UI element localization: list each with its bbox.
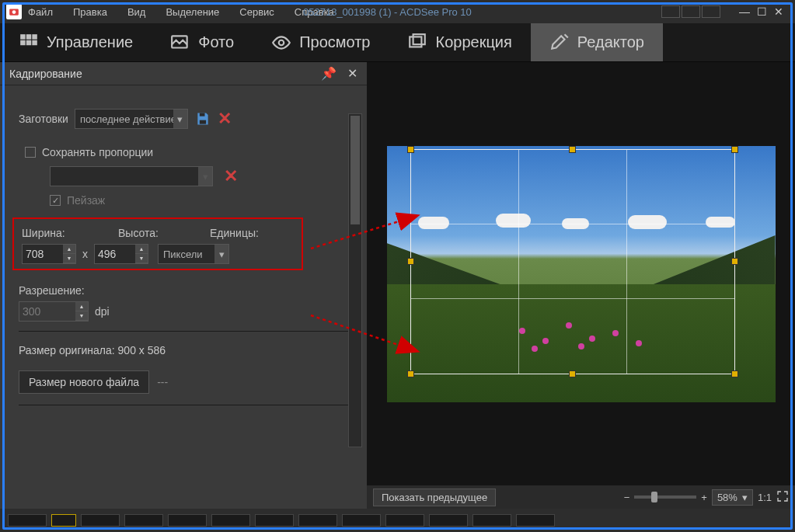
filmstrip-item[interactable] [385,514,424,527]
mode-edit-label: Редактор [577,33,644,51]
svg-rect-7 [32,40,37,45]
clear-ratio-icon[interactable]: ✕ [224,166,238,186]
filmstrip-item[interactable] [124,514,163,527]
crop-handle[interactable] [569,146,576,153]
new-file-size-value: --- [157,376,168,388]
svg-point-9 [279,40,284,45]
presets-select[interactable]: последнее действие ▾ [75,109,188,129]
crop-handle[interactable] [731,370,738,377]
panel-title: Кадрирование [9,68,82,80]
image-viewport[interactable] [367,62,795,485]
zoom-bar: Показать предыдущее − + 58%▾ 1:1 [367,485,795,509]
filmstrip-item[interactable] [429,514,468,527]
units-label: Единицы: [210,227,259,239]
filmstrip-item[interactable] [342,514,381,527]
mode-edit[interactable]: Редактор [531,23,663,61]
menu-file[interactable]: Файл [28,6,53,18]
chevron-down-icon: ▾ [198,167,212,186]
landscape-label: Пейзаж [67,194,105,207]
mode-view-label: Просмотр [299,33,370,51]
delete-preset-icon[interactable]: ✕ [218,109,232,129]
resolution-label: Разрешение: [19,284,348,297]
crop-overlay[interactable] [410,149,735,374]
close-button[interactable]: ✕ [770,5,787,19]
filmstrip-item[interactable] [298,514,337,527]
layout-switcher[interactable] [661,5,720,18]
one-to-one-button[interactable]: 1:1 [758,492,772,503]
show-previous-button[interactable]: Показать предыдущее [373,489,496,506]
by-label: x [82,248,88,260]
ratio-select[interactable]: ▾ [50,166,213,186]
pin-icon[interactable]: 📌 [321,66,336,81]
chevron-down-icon: ▾ [173,110,187,128]
filmstrip [0,509,795,532]
mode-develop[interactable]: Коррекция [389,23,530,61]
menu-bar: Файл Правка Вид Выделение Сервис Справка… [0,0,795,23]
zoom-in-button[interactable]: + [701,492,707,503]
svg-point-1 [12,10,16,14]
crop-handle[interactable] [569,370,576,377]
dpi-label: dpi [95,305,110,318]
chevron-down-icon: ▾ [214,245,228,263]
filmstrip-item[interactable] [168,514,207,527]
save-preset-icon[interactable] [194,110,211,127]
crop-panel: Кадрирование 📌 ✕ Заготовки последнее дей… [0,62,367,509]
filmstrip-item[interactable] [255,514,294,527]
crop-handle[interactable] [731,258,738,265]
new-file-size-button[interactable]: Размер нового файла [19,370,149,394]
keep-ratio-checkbox[interactable] [25,147,36,158]
mode-manage-label: Управление [47,33,133,51]
chevron-down-icon: ▾ [742,492,748,503]
svg-rect-4 [32,34,37,40]
keep-ratio-label: Сохранять пропорции [42,146,153,158]
height-input[interactable]: 496 ▲▼ [94,244,148,264]
menu-edit[interactable]: Правка [73,6,107,18]
minimize-button[interactable]: — [736,5,753,19]
spinner-icon[interactable]: ▲▼ [63,245,75,263]
svg-rect-11 [413,34,425,44]
width-input[interactable]: 708 ▲▼ [22,244,76,264]
mode-manage[interactable]: Управление [0,23,152,61]
window-title: 052713_001998 (1) - ACDSee Pro 10 [303,6,472,18]
svg-rect-10 [410,37,422,47]
filmstrip-item[interactable] [51,514,76,527]
spinner-icon[interactable]: ▲▼ [75,302,88,321]
mode-photo[interactable]: Фото [152,23,253,61]
svg-rect-6 [26,40,32,45]
landscape-checkbox[interactable] [50,195,61,206]
menu-select[interactable]: Выделение [166,6,219,18]
mode-tabs: Управление Фото Просмотр Коррекция Редак… [0,23,795,62]
maximize-button[interactable]: ☐ [753,5,770,19]
close-panel-icon[interactable]: ✕ [347,66,357,81]
crop-handle[interactable] [407,258,414,265]
mode-view[interactable]: Просмотр [253,23,389,61]
filmstrip-item[interactable] [472,514,511,527]
filmstrip-item[interactable] [516,514,555,527]
filmstrip-item[interactable] [81,514,120,527]
menu-view[interactable]: Вид [127,6,146,18]
zoom-percent[interactable]: 58%▾ [712,489,753,506]
panel-scrollbar[interactable] [348,113,362,447]
filmstrip-item[interactable] [8,514,47,527]
svg-rect-2 [20,34,26,40]
crop-handle[interactable] [407,146,414,153]
width-label: Ширина: [22,227,95,239]
resolution-input[interactable]: 300 ▲▼ [19,301,89,322]
crop-handle[interactable] [731,146,738,153]
image-area: Показать предыдущее − + 58%▾ 1:1 [367,62,795,509]
zoom-slider[interactable] [634,495,696,499]
original-size-text: Размер оригинала: 900 x 586 [19,344,348,356]
fit-screen-icon[interactable] [776,490,789,505]
units-select[interactable]: Пиксели ▾ [158,244,229,264]
svg-rect-5 [20,40,26,45]
zoom-out-button[interactable]: − [624,492,630,503]
crop-handle[interactable] [407,370,414,377]
svg-rect-3 [26,34,32,40]
height-label: Высота: [118,227,187,239]
spinner-icon[interactable]: ▲▼ [135,245,148,263]
menu-service[interactable]: Сервис [239,6,274,18]
app-icon [6,4,22,19]
dimensions-block: Ширина: Высота: Единицы: 708 ▲▼ x 496 ▲▼ [12,217,303,270]
presets-label: Заготовки [19,113,68,125]
filmstrip-item[interactable] [211,514,250,527]
